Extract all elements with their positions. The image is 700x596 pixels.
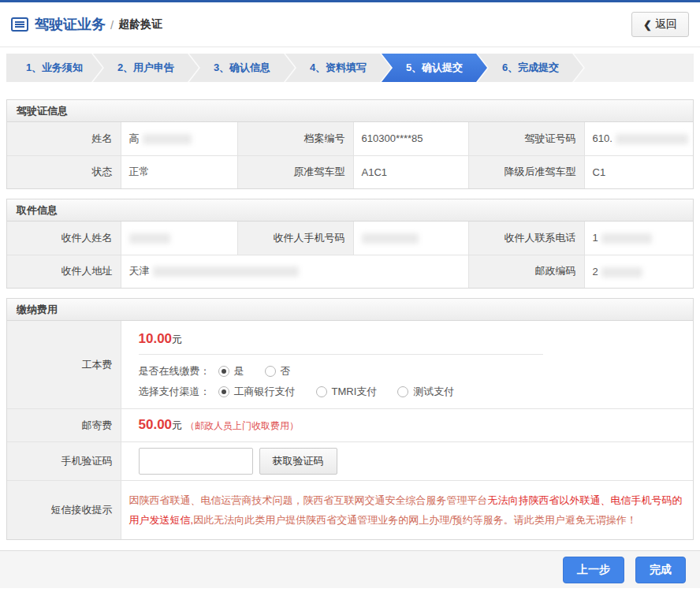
pickup-info-section: 取件信息 收件人姓名 收件人手机号码 收件人联系电话 1 收件人地址 天津 邮政…	[6, 199, 694, 289]
chevron-left-icon: ❮	[643, 19, 652, 31]
recipient-mobile-value	[353, 222, 468, 255]
channel-test-option[interactable]: 测试支付	[397, 385, 454, 399]
redacted-text	[129, 233, 170, 244]
mail-fee-note: （邮政人员上门收取费用）	[185, 420, 299, 431]
recipient-phone-label: 收件人联系电话	[468, 222, 584, 255]
table-row: 收件人姓名 收件人手机号码 收件人联系电话 1	[7, 222, 693, 255]
sms-code-cell: 获取验证码	[121, 442, 693, 481]
pay-online-yes-label: 是	[234, 364, 244, 378]
postcode-label: 邮政编码	[468, 255, 584, 288]
recipient-name-label: 收件人姓名	[7, 222, 121, 255]
file-no-value: 610300****85	[353, 122, 468, 155]
recipient-mobile-label: 收件人手机号码	[237, 222, 353, 255]
table-row: 工本费 10.00元 是否在线缴费： 是 否	[7, 321, 693, 409]
mail-fee-cell: 50.00元（邮政人员上门收取费用）	[121, 409, 693, 442]
get-code-button[interactable]: 获取验证码	[259, 448, 337, 475]
recipient-address-value: 天津	[121, 255, 468, 288]
orig-class-label: 原准驾车型	[237, 155, 353, 188]
license-info-table: 姓名 高 档案编号 610300****85 驾驶证号码 610. 状态 正常 …	[7, 122, 693, 188]
channel-icbc-option[interactable]: 工商银行支付	[218, 385, 296, 399]
step-1-notice[interactable]: 1、业务须知	[6, 54, 102, 82]
previous-step-button[interactable]: 上一步	[563, 557, 624, 583]
step-label: 1、业务须知	[26, 61, 83, 75]
back-button[interactable]: ❮ 返回	[631, 12, 689, 37]
status-value: 正常	[121, 155, 237, 188]
table-row: 收件人地址 天津 邮政编码 2	[7, 255, 693, 288]
step-6-done[interactable]: 6、完成提交	[478, 54, 583, 82]
table-row: 状态 正常 原准驾车型 A1C1 降级后准驾车型 C1	[7, 155, 693, 188]
pay-online-no-label: 否	[281, 364, 291, 378]
fees-section: 缴纳费用 工本费 10.00元 是否在线缴费： 是	[6, 298, 694, 540]
section-title: 缴纳费用	[7, 299, 693, 321]
mail-fee-amount: 50.00	[139, 417, 173, 432]
radio-unchecked-icon[interactable]	[265, 366, 276, 377]
finish-button[interactable]: 完成	[635, 557, 686, 583]
redacted-text	[601, 267, 642, 278]
card-fee-label: 工本费	[7, 321, 121, 409]
card-fee-cell: 10.00元 是否在线缴费： 是 否	[121, 321, 693, 409]
step-2-declare[interactable]: 2、用户申告	[93, 54, 199, 82]
page-header: 驾驶证业务 / 超龄换证 ❮ 返回	[0, 2, 700, 47]
step-4-fill-data[interactable]: 4、资料填写	[285, 54, 391, 82]
postcode-value: 2	[584, 255, 693, 288]
pay-channel-row: 选择支付渠道： 工商银行支付 TMRI支付 测试支付	[129, 382, 694, 408]
step-label: 4、资料填写	[310, 61, 367, 75]
license-info-section: 驾驶证信息 姓名 高 档案编号 610300****85 驾驶证号码 610. …	[6, 99, 694, 189]
redacted-text	[601, 233, 652, 244]
section-title: 驾驶证信息	[7, 100, 693, 122]
name-value: 高	[121, 122, 237, 155]
license-no-value: 610.	[584, 122, 693, 155]
sms-code-input[interactable]	[139, 448, 253, 475]
step-label: 5、确认提交	[406, 61, 463, 75]
radio-checked-icon[interactable]	[218, 386, 229, 397]
step-3-confirm-info[interactable]: 3、确认信息	[189, 54, 295, 82]
channel-tmri-label: TMRI支付	[332, 385, 378, 399]
page-title: 驾驶证业务	[35, 15, 106, 34]
step-label: 6、完成提交	[502, 61, 559, 75]
divider	[139, 354, 544, 355]
table-row: 邮寄费 50.00元（邮政人员上门收取费用）	[7, 409, 693, 442]
step-bar-filler	[574, 54, 694, 82]
pay-channel-label: 选择支付渠道：	[139, 385, 210, 399]
card-fee-amount-line: 10.00元	[129, 321, 694, 354]
recipient-name-value	[121, 222, 237, 255]
footer-action-bar: 上一步 完成	[0, 550, 700, 588]
sms-tip-part3: 因此无法向此类用户提供陕西省交通管理业务的网上办理/预约等服务。请此类用户避免无…	[193, 514, 637, 526]
breadcrumb-separator: /	[110, 18, 114, 32]
channel-test-label: 测试支付	[413, 385, 454, 399]
table-row: 手机验证码 获取验证码	[7, 442, 693, 481]
recipient-address-label: 收件人地址	[7, 255, 121, 288]
back-button-label: 返回	[655, 17, 677, 32]
redacted-text	[153, 266, 299, 277]
step-label: 3、确认信息	[214, 61, 270, 75]
yuan-unit: 元	[172, 333, 182, 345]
radio-unchecked-icon[interactable]	[316, 386, 327, 397]
pay-online-yes-option[interactable]: 是	[218, 364, 244, 378]
name-label: 姓名	[7, 122, 121, 155]
pay-online-label: 是否在线缴费：	[139, 364, 210, 378]
redacted-text	[143, 134, 192, 144]
radio-unchecked-icon[interactable]	[397, 386, 408, 397]
table-row: 短信接收提示 因陕西省联通、电信运营商技术问题，陕西省互联网交通安全综合服务管理…	[7, 481, 693, 540]
sms-tip-text: 因陕西省联通、电信运营商技术问题，陕西省互联网交通安全综合服务管理平台无法向持陕…	[121, 481, 693, 540]
file-no-label: 档案编号	[237, 122, 353, 155]
pay-online-no-option[interactable]: 否	[265, 364, 291, 378]
sms-tip-part1: 因陕西省联通、电信运营商技术问题，陕西省互联网交通安全综合服务管理平台	[129, 494, 488, 506]
sms-code-label: 手机验证码	[7, 442, 121, 481]
list-icon	[11, 17, 28, 32]
license-no-label: 驾驶证号码	[468, 122, 584, 155]
step-5-confirm-submit[interactable]: 5、确认提交	[382, 54, 487, 82]
downgrade-class-value: C1	[584, 155, 693, 188]
channel-icbc-label: 工商银行支付	[234, 385, 296, 399]
card-fee-amount: 10.00	[139, 331, 173, 346]
step-label: 2、用户申告	[117, 61, 174, 75]
breadcrumb-current: 超龄换证	[118, 17, 162, 32]
step-progress-bar: 1、业务须知 2、用户申告 3、确认信息 4、资料填写 5、确认提交 6、完成提…	[6, 54, 694, 82]
channel-tmri-option[interactable]: TMRI支付	[316, 385, 378, 399]
yuan-unit: 元	[172, 419, 182, 431]
orig-class-value: A1C1	[353, 155, 468, 188]
radio-checked-icon[interactable]	[218, 366, 229, 377]
pickup-info-table: 收件人姓名 收件人手机号码 收件人联系电话 1 收件人地址 天津 邮政编码 2	[7, 222, 693, 288]
table-row: 姓名 高 档案编号 610300****85 驾驶证号码 610.	[7, 122, 693, 155]
sms-code-line: 获取验证码	[129, 442, 694, 480]
